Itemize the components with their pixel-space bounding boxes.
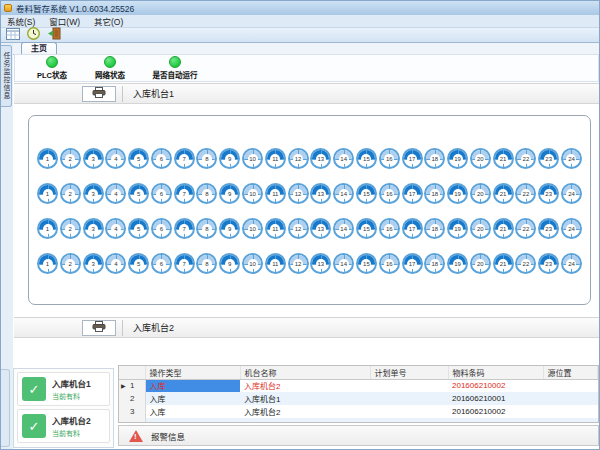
- cell-material-barcode[interactable]: [448, 418, 543, 423]
- rack-position[interactable]: 3: [83, 218, 104, 239]
- rack-position[interactable]: 20: [470, 218, 491, 239]
- cell-machine-name[interactable]: [240, 418, 370, 423]
- rack-position[interactable]: 18: [424, 218, 445, 239]
- rack-position[interactable]: 7: [174, 218, 195, 239]
- menu-item-window[interactable]: 窗口(W): [49, 15, 80, 27]
- rack-position[interactable]: 16: [379, 253, 400, 274]
- rack-position[interactable]: 12: [288, 148, 309, 169]
- rack-position[interactable]: 20: [470, 183, 491, 204]
- rack-position[interactable]: 8: [196, 218, 217, 239]
- rack-position[interactable]: 19: [447, 148, 468, 169]
- rack-position[interactable]: 23: [538, 183, 559, 204]
- rack-position[interactable]: 17: [402, 218, 423, 239]
- menu-item-system[interactable]: 系统(S): [7, 15, 35, 27]
- rack-position[interactable]: 13: [310, 253, 331, 274]
- rack-position[interactable]: 10: [242, 218, 263, 239]
- rack-position[interactable]: 15: [356, 218, 377, 239]
- rack-position[interactable]: 12: [288, 253, 309, 274]
- cell-plan-number[interactable]: [370, 418, 448, 423]
- col-material-barcode[interactable]: 物料条码: [448, 366, 543, 379]
- rack-position[interactable]: 13: [310, 148, 331, 169]
- cell-operation-type[interactable]: 入库: [145, 405, 240, 418]
- rack-position[interactable]: 5: [128, 183, 149, 204]
- rack-position[interactable]: 7: [174, 253, 195, 274]
- row-header[interactable]: 2: [119, 392, 145, 405]
- rack-position[interactable]: 3: [83, 253, 104, 274]
- rack-position[interactable]: 9: [219, 253, 240, 274]
- rack-position[interactable]: 19: [447, 253, 468, 274]
- rack-position[interactable]: 11: [265, 218, 286, 239]
- cell-machine-name[interactable]: 入库机台2: [240, 379, 370, 392]
- cell-source-position[interactable]: [543, 405, 598, 418]
- rack-position[interactable]: 15: [356, 183, 377, 204]
- rack-position[interactable]: 2: [60, 148, 81, 169]
- rack-position[interactable]: 7: [174, 183, 195, 204]
- rack-position[interactable]: 11: [265, 148, 286, 169]
- table-row[interactable]: ▶1入库入库机台2201606210002: [119, 379, 598, 392]
- schedule-button[interactable]: [5, 29, 20, 42]
- row-header[interactable]: 3: [119, 405, 145, 418]
- col-operation-type[interactable]: 操作类型: [145, 366, 240, 379]
- rack-position[interactable]: 24: [561, 253, 582, 274]
- rack-position[interactable]: 8: [196, 253, 217, 274]
- rack-position[interactable]: 22: [515, 253, 536, 274]
- rack-position[interactable]: 8: [196, 148, 217, 169]
- rack-position[interactable]: 2: [60, 183, 81, 204]
- tab-home[interactable]: 主页: [21, 42, 57, 54]
- rack-position[interactable]: 6: [151, 148, 172, 169]
- rack-position[interactable]: 14: [333, 148, 354, 169]
- cell-operation-type[interactable]: 入库: [145, 379, 240, 392]
- rack-position[interactable]: 17: [402, 253, 423, 274]
- rack-position[interactable]: 18: [424, 253, 445, 274]
- rack-position[interactable]: 17: [402, 183, 423, 204]
- rack-position[interactable]: 24: [561, 183, 582, 204]
- cell-plan-number[interactable]: [370, 392, 448, 405]
- rack-position[interactable]: 13: [310, 218, 331, 239]
- rack-position[interactable]: 19: [447, 183, 468, 204]
- cell-machine-name[interactable]: 入库机台1: [240, 392, 370, 405]
- exit-button[interactable]: [47, 29, 62, 42]
- menu-item-other[interactable]: 其它(O): [94, 15, 123, 27]
- row-header[interactable]: 4: [119, 418, 145, 423]
- cell-operation-type[interactable]: [145, 418, 240, 423]
- rack-position[interactable]: 3: [83, 183, 104, 204]
- rack-position[interactable]: 21: [493, 183, 514, 204]
- rack-position[interactable]: 15: [356, 148, 377, 169]
- rack-position[interactable]: 22: [515, 183, 536, 204]
- rack-position[interactable]: 1: [37, 218, 58, 239]
- cell-source-position[interactable]: [543, 379, 598, 392]
- cell-machine-name[interactable]: 入库机台2: [240, 405, 370, 418]
- rack-position[interactable]: 6: [151, 253, 172, 274]
- cell-material-barcode[interactable]: 201606210002: [448, 379, 543, 392]
- rack-position[interactable]: 17: [402, 148, 423, 169]
- rack-position[interactable]: 9: [219, 148, 240, 169]
- rack-position[interactable]: 6: [151, 183, 172, 204]
- rack-position[interactable]: 19: [447, 218, 468, 239]
- rack-position[interactable]: 7: [174, 148, 195, 169]
- rack-position[interactable]: 5: [128, 148, 149, 169]
- cell-plan-number[interactable]: [370, 405, 448, 418]
- rack-position[interactable]: 1: [37, 183, 58, 204]
- bottom-side-panel-tab[interactable]: [1, 369, 10, 447]
- rack-position[interactable]: 18: [424, 183, 445, 204]
- col-machine-name[interactable]: 机台名称: [240, 366, 370, 379]
- rack-position[interactable]: 18: [424, 148, 445, 169]
- row-header[interactable]: ▶1: [119, 379, 145, 392]
- rack-position[interactable]: 1: [37, 148, 58, 169]
- rack-position[interactable]: 9: [219, 183, 240, 204]
- rack-position[interactable]: 23: [538, 253, 559, 274]
- rack-position[interactable]: 23: [538, 148, 559, 169]
- cell-source-position[interactable]: [543, 392, 598, 405]
- rack-position[interactable]: 21: [493, 218, 514, 239]
- rack-position[interactable]: 5: [128, 253, 149, 274]
- rack-position[interactable]: 11: [265, 253, 286, 274]
- rack-position[interactable]: 15: [356, 253, 377, 274]
- rack-position[interactable]: 4: [105, 183, 126, 204]
- rack-position[interactable]: 6: [151, 218, 172, 239]
- cell-plan-number[interactable]: [370, 379, 448, 392]
- rack-position[interactable]: 24: [561, 148, 582, 169]
- rack-position[interactable]: 10: [242, 183, 263, 204]
- rack-position[interactable]: 5: [128, 218, 149, 239]
- rack-position[interactable]: 9: [219, 218, 240, 239]
- rack-position[interactable]: 8: [196, 183, 217, 204]
